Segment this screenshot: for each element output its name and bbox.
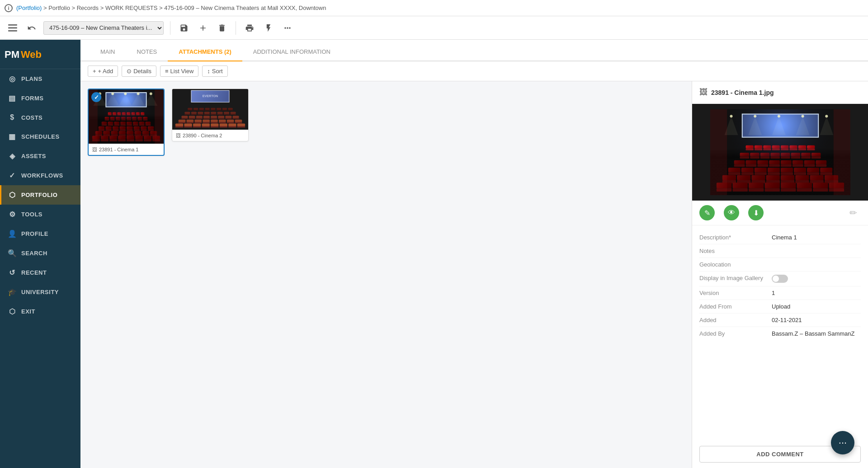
edit-action-button[interactable]: ✎: [699, 205, 715, 220]
top-bar: i (Portfolio) > Portfolio > Records > WO…: [0, 0, 868, 16]
gallery-label: Display in Image Gallery: [699, 275, 772, 281]
card-label-cinema2: 23890 - Cinema 2: [183, 133, 222, 138]
second-toolbar: 475-16-009 – New Cinema Theaters i...: [0, 16, 868, 40]
svg-rect-0: [8, 24, 17, 26]
detail-row-gallery: Display in Image Gallery: [699, 271, 861, 286]
schedules-icon: ▦: [8, 132, 17, 141]
sidebar-item-label: PLANS: [21, 75, 42, 82]
detail-row-version: Version 1: [699, 286, 861, 300]
undo-button[interactable]: [24, 22, 39, 34]
attachment-card-cinema2[interactable]: 🖼 23890 - Cinema 2: [172, 89, 249, 141]
attachment-area: ✓ 🖼 23891 - Cinema 1 🖼: [80, 81, 868, 468]
main-layout: PM Web ◎ PLANS ▤ FORMS $ COSTS ▦ SCHEDUL…: [0, 40, 868, 468]
logo[interactable]: PM Web: [0, 40, 80, 69]
detail-row-notes: Notes: [699, 244, 861, 258]
sidebar-item-portfolio[interactable]: ⬡ PORTFOLIO: [0, 185, 80, 205]
search-icon: 🔍: [8, 249, 17, 257]
notes-label: Notes: [699, 248, 772, 254]
breadcrumb: (Portfolio) > Portfolio > Records > WORK…: [16, 5, 326, 11]
menu-button[interactable]: [5, 23, 20, 33]
sidebar-item-profile[interactable]: 👤 PROFILE: [0, 224, 80, 243]
sidebar-item-label: SCHEDULES: [21, 133, 60, 140]
save-button[interactable]: [177, 22, 191, 34]
exit-icon: ⬡: [8, 307, 17, 316]
detail-image-container: [692, 104, 868, 201]
list-icon: ≡: [165, 68, 169, 75]
fab-icon: ···: [839, 437, 847, 449]
sidebar-item-label: COSTS: [21, 114, 42, 121]
sidebar-item-university[interactable]: 🎓 UNIVERSITY: [0, 282, 80, 302]
tools-icon: ⚙: [8, 210, 17, 219]
cinema2-thumbnail: [172, 89, 248, 130]
download-action-button[interactable]: ⬇: [748, 205, 764, 220]
added-by-value: Bassam.Z – Bassam SammanZ: [772, 330, 861, 337]
sidebar-item-label: PROFILE: [21, 230, 48, 237]
content-area: MAIN NOTES ATTACHMENTS (2) ADDITIONAL IN…: [80, 40, 868, 468]
sidebar-item-label: SEARCH: [21, 250, 47, 257]
sidebar-item-workflows[interactable]: ✓ WORKFLOWS: [0, 166, 80, 185]
tab-main[interactable]: MAIN: [90, 48, 126, 61]
costs-icon: $: [8, 113, 17, 122]
image-icon2: 🖼: [176, 133, 181, 138]
added-label: Added: [699, 317, 772, 323]
tabs-bar: MAIN NOTES ATTACHMENTS (2) ADDITIONAL IN…: [80, 40, 868, 61]
sidebar-item-plans[interactable]: ◎ PLANS: [0, 69, 80, 89]
draw-action-button[interactable]: ✏: [845, 205, 861, 220]
delete-button[interactable]: [215, 22, 229, 34]
breadcrumb-portfolio[interactable]: (Portfolio): [16, 5, 42, 11]
svg-text:Web: Web: [21, 49, 42, 60]
forms-icon: ▤: [8, 94, 17, 103]
sidebar-item-search[interactable]: 🔍 SEARCH: [0, 243, 80, 263]
tab-additional[interactable]: ADDITIONAL INFORMATION: [242, 48, 341, 61]
attachment-card-cinema1[interactable]: ✓ 🖼 23891 - Cinema 1: [88, 89, 165, 156]
detail-fields: Description* Cinema 1 Notes Geolocation …: [692, 225, 868, 440]
action-bar: + + Add ⊙ Details ≡ List View ↕ Sort: [80, 61, 868, 81]
view-action-button[interactable]: 👁: [724, 205, 739, 220]
sidebar-item-forms[interactable]: ▤ FORMS: [0, 89, 80, 108]
print-button[interactable]: [242, 22, 257, 34]
sidebar-item-label: UNIVERSITY: [21, 289, 59, 295]
toggle-knob: [773, 276, 779, 282]
lightning-button[interactable]: [261, 22, 276, 34]
divider-2: [236, 21, 236, 35]
divider-1: [170, 21, 170, 35]
list-view-button[interactable]: ≡ List View: [160, 66, 198, 77]
sidebar-item-tools[interactable]: ⚙ TOOLS: [0, 205, 80, 224]
detail-header: 🖼 23891 - Cinema 1.jpg: [692, 81, 868, 104]
record-selector[interactable]: 475-16-009 – New Cinema Theaters i...: [43, 21, 164, 35]
sidebar-item-schedules[interactable]: ▦ SCHEDULES: [0, 127, 80, 146]
sidebar-item-exit[interactable]: ⬡ EXIT: [0, 302, 80, 321]
tab-notes[interactable]: NOTES: [126, 48, 168, 61]
sidebar: PM Web ◎ PLANS ▤ FORMS $ COSTS ▦ SCHEDUL…: [0, 40, 80, 468]
detail-actions: ✎ 👁 ⬇ ✏: [692, 201, 868, 225]
version-value: 1: [772, 290, 861, 296]
svg-text:PM: PM: [5, 49, 19, 60]
sidebar-item-label: TOOLS: [21, 211, 42, 218]
recent-icon: ↺: [8, 268, 17, 277]
card-label-cinema1: 23891 - Cinema 1: [99, 147, 138, 152]
description-value: Cinema 1: [772, 234, 861, 241]
sidebar-item-label: ASSETS: [21, 153, 46, 159]
sort-button[interactable]: ↕ Sort: [202, 66, 227, 77]
plans-icon: ◎: [8, 75, 17, 83]
details-button[interactable]: ⊙ Details: [122, 66, 156, 77]
detail-pane: 🖼 23891 - Cinema 1.jpg ✎ 👁 ⬇ ✏ Descripti…: [692, 81, 868, 468]
detail-row-added-from: Added From Upload: [699, 300, 861, 314]
info-icon[interactable]: i: [5, 4, 13, 12]
add-icon: +: [93, 68, 96, 75]
tab-attachments[interactable]: ATTACHMENTS (2): [168, 48, 242, 61]
more-button[interactable]: [280, 22, 295, 34]
sidebar-item-recent[interactable]: ↺ RECENT: [0, 263, 80, 282]
sidebar-item-label: FORMS: [21, 95, 43, 102]
gallery-toggle[interactable]: [772, 275, 788, 283]
image-header-icon: 🖼: [699, 88, 708, 97]
add-attachment-button[interactable]: + + Add: [88, 66, 118, 77]
fab-button[interactable]: ···: [831, 431, 854, 454]
add-button[interactable]: [196, 22, 210, 34]
sidebar-item-label: PORTFOLIO: [21, 192, 57, 198]
sidebar-item-assets[interactable]: ◈ ASSETS: [0, 146, 80, 166]
detail-row-description: Description* Cinema 1: [699, 231, 861, 244]
sidebar-item-costs[interactable]: $ COSTS: [0, 108, 80, 127]
version-label: Version: [699, 290, 772, 296]
sidebar-item-label: WORKFLOWS: [21, 172, 63, 179]
